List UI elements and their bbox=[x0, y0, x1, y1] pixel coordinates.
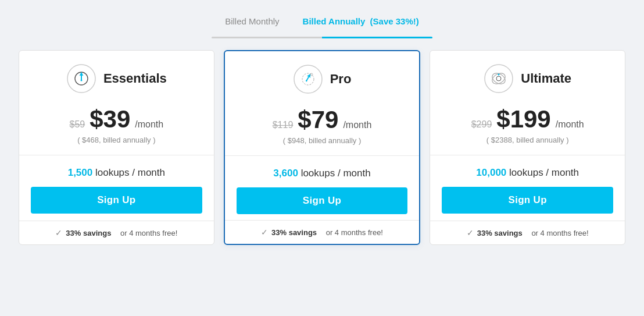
pro-new-price: $79 bbox=[298, 106, 338, 134]
plan-essentials-name: Essentials bbox=[103, 71, 167, 86]
essentials-per-month: /month bbox=[135, 119, 163, 130]
underline-monthly bbox=[212, 37, 322, 38]
pro-per-month: /month bbox=[343, 120, 371, 130]
ultimate-lookups: 10,000 lookups / month bbox=[476, 167, 579, 179]
check-icon-ultimate: ✓ bbox=[467, 228, 474, 237]
plan-ultimate-features: 10,000 lookups / month Sign Up bbox=[430, 155, 625, 221]
plan-essentials-header: Essentials bbox=[19, 51, 214, 102]
pro-icon bbox=[293, 64, 323, 94]
plan-ultimate-pricing: $299 $199 /month ( $2388, billed annuall… bbox=[430, 102, 625, 155]
ultimate-signup-button[interactable]: Sign Up bbox=[442, 187, 613, 214]
plan-essentials: Essentials $59 $39 /month ( $468, billed… bbox=[19, 50, 214, 245]
billing-underline bbox=[212, 37, 432, 38]
pro-old-price: $119 bbox=[273, 120, 294, 130]
essentials-old-price: $59 bbox=[69, 119, 85, 130]
plan-pro-pricing: $119 $79 /month ( $948, billed annually … bbox=[225, 102, 420, 156]
essentials-signup-button[interactable]: Sign Up bbox=[31, 187, 202, 214]
plan-pro-name: Pro bbox=[330, 72, 352, 87]
plan-pro: Pro $119 $79 /month ( $948, billed annua… bbox=[224, 50, 421, 245]
pro-signup-button[interactable]: Sign Up bbox=[237, 187, 408, 214]
svg-point-11 bbox=[498, 74, 500, 76]
ultimate-savings: ✓ 33% savings or 4 months free! bbox=[430, 221, 625, 244]
essentials-savings-suffix bbox=[115, 229, 117, 237]
pro-annual-note: ( $948, billed annually ) bbox=[237, 136, 408, 145]
underline-annually bbox=[322, 37, 432, 38]
ultimate-new-price: $199 bbox=[496, 105, 550, 133]
check-icon: ✓ bbox=[55, 228, 62, 237]
plan-ultimate-header: Ultimate bbox=[430, 51, 625, 102]
plan-ultimate-name: Ultimate bbox=[521, 71, 571, 86]
billing-toggle: Billed Monthly Billed Annually (Save 33%… bbox=[213, 12, 431, 31]
essentials-lookups: 1,500 lookups / month bbox=[68, 167, 165, 179]
billing-annually[interactable]: Billed Annually (Save 33%!) bbox=[291, 12, 431, 31]
ultimate-savings-suffix bbox=[526, 229, 528, 237]
pro-savings: ✓ 33% savings or 4 months free! bbox=[225, 220, 420, 244]
plan-pro-features: 3,600 lookups / month Sign Up bbox=[225, 156, 420, 220]
ultimate-old-price: $299 bbox=[471, 119, 492, 130]
pro-lookups: 3,600 lookups / month bbox=[273, 168, 370, 179]
svg-point-3 bbox=[294, 65, 322, 93]
plan-essentials-features: 1,500 lookups / month Sign Up bbox=[19, 155, 214, 221]
plans-container: Essentials $59 $39 /month ( $468, billed… bbox=[14, 50, 630, 245]
ultimate-per-month: /month bbox=[556, 119, 584, 130]
check-icon-pro: ✓ bbox=[261, 228, 268, 237]
plan-essentials-pricing: $59 $39 /month ( $468, billed annually ) bbox=[19, 102, 214, 155]
plan-pro-header: Pro bbox=[225, 51, 420, 102]
essentials-savings: ✓ 33% savings or 4 months free! bbox=[19, 221, 214, 244]
essentials-icon bbox=[66, 63, 96, 94]
svg-point-2 bbox=[80, 80, 82, 81]
essentials-annual-note: ( $468, billed annually ) bbox=[31, 136, 202, 144]
pro-savings-suffix bbox=[320, 228, 323, 237]
plan-ultimate: Ultimate $299 $199 /month ( $2388, bille… bbox=[430, 50, 625, 245]
svg-point-7 bbox=[485, 65, 513, 93]
ultimate-icon bbox=[484, 63, 514, 94]
essentials-new-price: $39 bbox=[90, 105, 130, 133]
billing-monthly[interactable]: Billed Monthly bbox=[213, 12, 291, 31]
ultimate-annual-note: ( $2388, billed annually ) bbox=[442, 136, 613, 144]
